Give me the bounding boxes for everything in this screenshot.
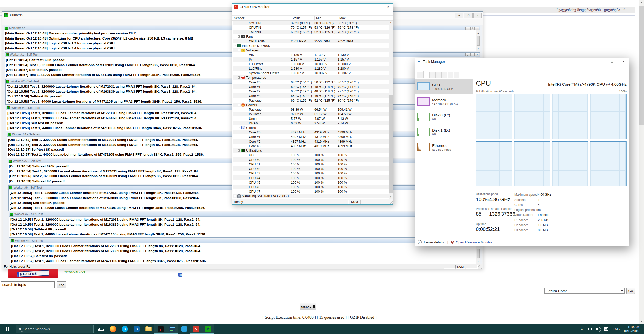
ad-banner[interactable]: NA-123-ME [8,269,58,278]
forum-go-button[interactable]: Go [626,288,635,294]
tab[interactable] [454,72,459,78]
taskbar-clock[interactable]: 11:19 AM 10/12/2015 [622,325,642,333]
worker-scrollbar[interactable]: ▲ ▼ [476,30,480,51]
sensor-row[interactable]: − CPUTIN 70 °C (157 °F) 53 °C (126 °F) 7… [233,25,389,30]
hwmonitor-titlebar[interactable]: ϟ CPUID HWMonitor – □ × [232,4,393,10]
sensor-row[interactable]: − Fans [233,34,389,39]
garti-link[interactable]: www.garti.ge [64,269,85,273]
worker-titlebar[interactable]: 2 Worker #8 - Self-Test _ □ × [10,239,480,243]
column-min[interactable]: Min [315,16,338,20]
sensor-scrollbar[interactable]: ▲ ▼ [389,21,393,199]
sensor-row[interactable]: − IA Cores 92.62 W 61.12 W 104.50 W [233,112,389,116]
maximize-button[interactable]: □ [470,27,475,30]
topge-logo[interactable]: TOP.GE [300,302,316,310]
sensor-row[interactable]: − DRAM 6.62 W 2.54 W 7.74 W [233,121,389,125]
resize-grip[interactable] [478,265,482,269]
sensor-row[interactable]: − Samsung SSD 840 EVO 250GB [233,194,389,198]
sensor-row[interactable]: − Core #2 65 °C (149 °F) 48 °C (118 °F) … [233,89,389,93]
sensor-row[interactable]: − CPU #5 100 % 100 % 100 % [233,180,389,185]
taskbar-app-icon[interactable] [95,324,107,334]
sensor-row[interactable]: − SYSTIN 32 °C (89 °F) 30 °C (86 °F) 33 … [233,21,389,25]
tree-collapse-icon[interactable]: − [238,149,240,152]
tab[interactable] [441,72,447,78]
resize-grip[interactable] [389,200,393,204]
maximize-button[interactable]: □ [464,13,473,18]
sensor-row[interactable]: − LLC/Ring 1.280 V 1.280 V 1.280 V [233,66,389,71]
sensor-row[interactable]: − GT Offset +0.000 V +0.000 V +0.000 V [233,62,389,66]
scroll-down-icon[interactable]: ▼ [389,196,393,198]
scroll-up-icon[interactable]: ▲ [639,1,644,3]
sensor-row[interactable]: − CPU #6 100 % 100 % 100 % [233,185,389,189]
scroll-down-icon[interactable]: ▼ [639,320,644,323]
scrollbar-thumb[interactable] [477,249,480,258]
sensor-row[interactable]: − Core #3 66 °C (150 °F) 46 °C (114 °F) … [233,93,389,98]
sensor-row[interactable]: − CPU #3 100 % 100 % 100 % [233,171,389,175]
sensor-row[interactable]: − CPU #2 100 % 100 % 100 % [233,166,389,171]
taskbar-app-icon[interactable]: S [131,324,143,334]
taskbar-app-icon[interactable]: 2 [202,324,214,334]
sensor-row[interactable]: − Powers [233,103,389,107]
close-button[interactable]: × [618,58,629,65]
scrollbar-thumb[interactable] [389,95,393,193]
tree-collapse-icon[interactable]: − [238,76,240,79]
taskbar-app-icon[interactable]: S [119,324,131,334]
column-value[interactable]: Value [291,16,315,20]
tray-chevron-icon[interactable]: ∧ [578,324,586,334]
sensor-row[interactable]: − CPU #4 100 % 100 % 100 % [233,175,389,180]
column-sensor[interactable]: Sensor [232,16,291,20]
sensor-row[interactable]: − Core #2 4397 MHz 4319 MHz 4399 MHz [233,139,389,144]
sensor-row[interactable]: − CPU #0 100 % 100 % 100 % [233,157,389,162]
fewer-details-button[interactable]: Fewer details [424,240,444,244]
sensor-row[interactable]: − Core #0 68 °C (154 °F) 50 °C (122 °F) … [233,80,389,84]
sensor-row[interactable]: − Package 69 °C (156 °F) 52 °C (125 °F) … [233,98,389,103]
taskbar-app-icon[interactable] [143,324,154,334]
sensor-row[interactable]: − CPU #7 100 % 100 % 100 % [233,189,389,194]
tree-collapse-icon[interactable]: − [238,127,240,129]
pr-badge[interactable]: PR [178,273,182,277]
tree-collapse-icon[interactable]: − [234,195,236,197]
taskbar-app-icon[interactable] [107,324,119,334]
network-icon[interactable] [586,324,594,334]
tab[interactable] [423,71,429,78]
tree-collapse-icon[interactable]: − [238,49,240,51]
column-max[interactable]: Max [338,16,361,20]
close-button[interactable]: × [383,4,393,10]
chevron-down-icon[interactable]: ▼ [620,288,624,293]
minimize-button[interactable]: – [363,4,373,10]
search-topic-button[interactable]: >>> [57,281,66,288]
taskbar-app-icon[interactable]: ··· [178,324,190,334]
taskbar-search-box[interactable]: Search Windows [16,325,94,333]
sensor-row[interactable]: − Package 98.39 W 66.54 W 109.41 W [233,107,389,112]
sensor-row[interactable]: − Utilizations [233,148,389,153]
sidebar-item[interactable]: Disk 1 (D:) 0% [415,124,473,140]
maximize-button[interactable]: □ [470,53,475,56]
sensor-row[interactable]: − IA 1.157 V 1.157 V 1.157 V [233,57,389,62]
search-topic-input[interactable] [1,281,55,288]
tab[interactable] [435,72,441,78]
sensor-row[interactable]: − System Agent Offset +0.307 V +0.307 V … [233,71,389,75]
sensor-row[interactable]: − Core #0 4397 MHz 4319 MHz 4399 MHz [233,130,389,134]
sidebar-item[interactable]: CPU 100% 4.36 GHz [415,79,473,94]
sidebar-item[interactable]: Disk 0 (C:) 0% [415,109,473,124]
tab[interactable] [417,72,423,78]
tree-collapse-icon[interactable]: − [238,35,240,38]
scrollbar-thumb[interactable] [477,36,480,46]
minimize-button[interactable]: – [595,58,606,65]
sensor-row[interactable]: − Temperatures [233,75,389,80]
start-button[interactable] [0,324,15,334]
maximize-button[interactable]: □ [606,58,618,65]
sidebar-item[interactable]: Memory 14.1/16.0 GB (88%) [415,94,473,109]
action-center-icon[interactable] [602,324,610,334]
tree-collapse-icon[interactable]: − [234,45,236,47]
sidebar-item[interactable]: Ethernet S: 0 R: 0 Kbps [415,140,473,155]
tab[interactable] [448,72,453,78]
sensor-row[interactable]: − Uncore 5.77 W 4.67 W 6.13 W [233,116,389,121]
forum-jump-select[interactable]: Forum Home ▼ [544,288,625,294]
sensor-row[interactable]: − UC 100 % 100 % 100 % [233,153,389,157]
maximize-button[interactable]: □ [373,4,383,10]
sensor-row[interactable]: − VID 1.130 V 1.130 V 1.130 V [233,52,389,57]
sensor-row[interactable]: − CPU #1 100 % 100 % 100 % [233,162,389,166]
forum-post-actions-label[interactable]: შეატყობინე მოდერატორს · ციტირება · ^ [557,8,625,12]
taskbar-app-icon[interactable] [154,324,166,334]
browser-scrollbar[interactable]: ▲ ▼ [639,0,644,324]
